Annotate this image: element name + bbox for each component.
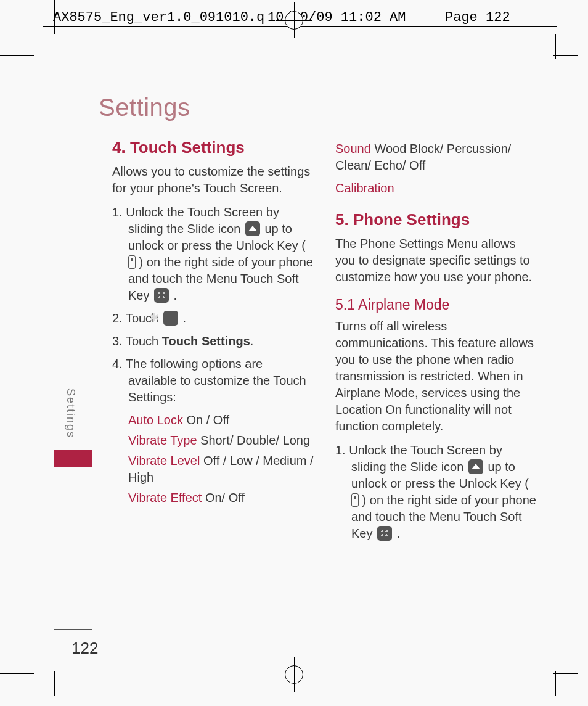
crop-mark-icon <box>0 673 34 674</box>
unlock-key-icon <box>128 255 136 269</box>
slide-up-icon <box>468 459 483 474</box>
crop-mark-icon <box>54 0 55 34</box>
side-tab-label: Settings <box>64 388 77 438</box>
page: Settings Settings 122 4. Touch Settings … <box>54 55 556 674</box>
menu-softkey-icon <box>377 526 392 541</box>
crop-mark-icon <box>553 673 578 674</box>
side-tab-block <box>54 450 92 467</box>
crop-mark-icon <box>555 34 556 59</box>
touch-step-2: 2. Touch . <box>112 310 314 327</box>
option-calibration: Calibration <box>335 180 537 197</box>
unlock-key-icon <box>351 493 359 507</box>
airplane-step-1: 1. Unlock the Touch Screen by sliding th… <box>335 442 537 542</box>
left-column: 4. Touch Settings Allows you to customiz… <box>112 137 314 643</box>
touch-settings-intro: Allows you to customize the settings for… <box>112 163 314 197</box>
content-area: 4. Touch Settings Allows you to customiz… <box>112 137 537 643</box>
option-sound: Sound Wood Block/ Percussion/ Clean/ Ech… <box>335 141 537 174</box>
page-number: 122 <box>71 639 98 658</box>
option-vibrate-level: Vibrate Level Off / Low / Medium / High <box>128 453 314 486</box>
registration-mark-top-icon <box>285 11 303 30</box>
crop-page-label: Page 122 <box>441 10 514 25</box>
option-auto-lock: Auto Lock On / Off <box>128 412 314 429</box>
heading-airplane-mode: 5.1 Airplane Mode <box>335 295 537 314</box>
crop-mark-icon <box>553 55 578 56</box>
page-title: Settings <box>99 94 190 121</box>
menu-softkey-icon <box>154 288 169 303</box>
heading-touch-settings: 4. Touch Settings <box>112 137 314 158</box>
crop-mark-icon <box>555 671 556 696</box>
settings-gear-icon <box>163 311 178 326</box>
crop-mark-icon <box>54 671 55 696</box>
crop-filename: AX8575_Eng_ver1.0_091010.qxd <box>49 10 285 25</box>
touch-step-3: 3. Touch Touch Settings. <box>112 333 314 350</box>
phone-settings-intro: The Phone Settings Menu allows you to de… <box>335 236 537 285</box>
option-vibrate-effect: Vibrate Effect On/ Off <box>128 490 314 506</box>
touch-step-4: 4. The following options are available t… <box>112 356 314 406</box>
option-vibrate-type: Vibrate Type Short/ Double/ Long <box>128 432 314 449</box>
slide-up-icon <box>245 221 260 236</box>
airplane-mode-desc: Turns off all wireless communications. T… <box>335 318 537 435</box>
page-rule <box>54 629 92 630</box>
crop-mark-icon <box>0 55 34 56</box>
right-column: Sound Wood Block/ Percussion/ Clean/ Ech… <box>335 137 537 643</box>
heading-phone-settings: 5. Phone Settings <box>335 209 537 231</box>
touch-step-1: 1. Unlock the Touch Screen by sliding th… <box>112 204 314 304</box>
